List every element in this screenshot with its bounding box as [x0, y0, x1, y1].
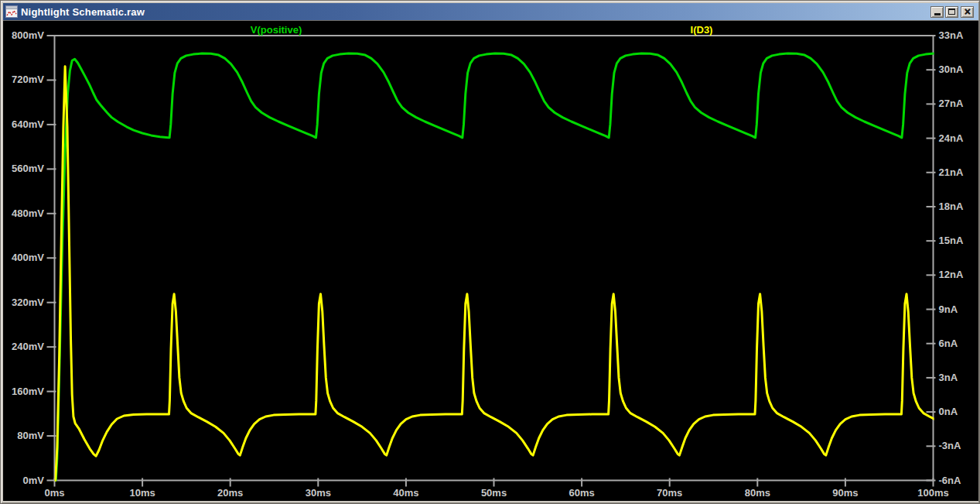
window-title: Nightlight Schematic.raw — [21, 6, 145, 18]
plot-traces — [56, 53, 940, 481]
right-axis-tick-label: 12nA — [939, 269, 979, 281]
waveform-plot[interactable] — [3, 21, 978, 502]
window-frame[interactable]: Nightlight Schematic.raw × V(positive) I… — [0, 0, 980, 504]
left-axis-tick-label: 80mV — [1, 430, 44, 442]
close-button[interactable]: × — [961, 6, 974, 18]
trace-v-positive- — [56, 53, 934, 481]
left-axis-tick-label: 720mV — [1, 74, 44, 86]
legend-i-d3[interactable]: I(D3) — [632, 24, 771, 36]
right-axis-tick-label: 15nA — [939, 235, 979, 247]
right-axis-tick-label: 9nA — [939, 303, 979, 316]
window-controls: × — [930, 6, 974, 18]
x-axis-tick-label: 50ms — [467, 487, 521, 499]
right-axis-tick-label: 24nA — [939, 132, 979, 145]
x-axis-tick-label: 80ms — [730, 487, 784, 499]
minimize-button[interactable] — [930, 6, 944, 18]
right-axis-tick-label: 30nA — [939, 63, 979, 76]
right-axis-tick-label: 18nA — [939, 201, 979, 213]
left-axis-tick-label: 0mV — [1, 475, 44, 487]
left-axis-tick-label: 480mV — [1, 207, 44, 220]
x-axis-tick-label: 70ms — [643, 487, 697, 499]
right-axis-tick-label: 0nA — [939, 406, 979, 418]
x-axis-tick-label: 10ms — [115, 487, 169, 499]
x-axis-tick-label: 0ms — [28, 487, 82, 499]
maximize-icon — [948, 9, 955, 15]
x-axis-tick-label: 100ms — [907, 487, 961, 499]
right-axis-tick-label: 27nA — [939, 98, 979, 110]
minimize-icon — [934, 13, 941, 15]
x-axis-tick-label: 90ms — [818, 487, 872, 499]
plot-border — [55, 36, 934, 481]
maximize-button[interactable] — [945, 6, 958, 18]
legend-v-positive[interactable]: V(positive) — [207, 24, 346, 36]
app-icon-titlebar-stripe — [6, 6, 17, 9]
close-icon: × — [964, 7, 970, 17]
plot-axes — [47, 36, 936, 487]
left-axis-tick-label: 400mV — [1, 252, 44, 264]
left-axis-tick-label: 160mV — [1, 386, 44, 398]
right-axis-tick-label: 21nA — [939, 166, 979, 179]
left-axis-tick-label: 320mV — [1, 297, 44, 309]
app-icon[interactable] — [5, 5, 18, 18]
client-area: V(positive) I(D3) 800mV720mV640mV560mV48… — [3, 20, 978, 501]
right-axis-tick-label: 6nA — [939, 338, 979, 350]
right-axis-tick-label: -6nA — [939, 475, 979, 487]
titlebar[interactable]: Nightlight Schematic.raw × — [3, 3, 978, 20]
x-axis-tick-label: 60ms — [555, 487, 609, 499]
left-axis-tick-label: 240mV — [1, 341, 44, 353]
x-axis-tick-label: 40ms — [379, 487, 433, 499]
x-axis-tick-label: 20ms — [203, 487, 258, 499]
left-axis-tick-label: 800mV — [1, 29, 44, 42]
left-axis-tick-label: 640mV — [1, 118, 44, 131]
right-axis-tick-label: 3nA — [939, 372, 979, 384]
left-axis-tick-label: 560mV — [1, 163, 44, 175]
x-axis-tick-label: 30ms — [291, 487, 345, 499]
trace-i-d3- — [56, 67, 940, 481]
right-axis-tick-label: 33nA — [939, 29, 979, 42]
right-axis-tick-label: -3nA — [939, 440, 979, 452]
